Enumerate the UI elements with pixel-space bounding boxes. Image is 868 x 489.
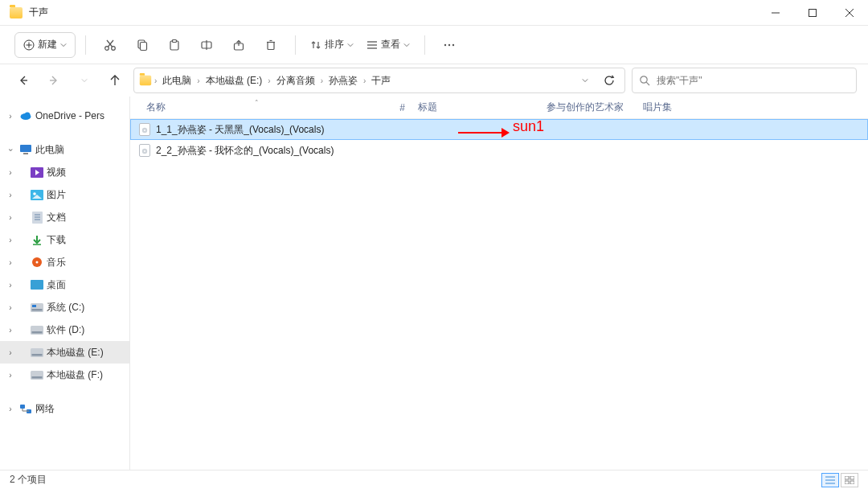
chevron-right-icon[interactable]: › xyxy=(5,213,16,222)
tree-label: 网络 xyxy=(35,402,55,416)
tree-item-documents[interactable]: ›文档 xyxy=(0,206,129,228)
tree-item-downloads[interactable]: ›下载 xyxy=(0,228,129,251)
breadcrumb-item[interactable]: 本地磁盘 (E:) xyxy=(203,72,266,89)
tree-label: 软件 (D:) xyxy=(47,323,84,337)
chevron-down-icon xyxy=(403,42,410,48)
svg-point-28 xyxy=(448,43,450,45)
chevron-right-icon[interactable]: › xyxy=(5,168,16,177)
back-button[interactable] xyxy=(11,68,35,92)
tree-label: 文档 xyxy=(47,211,66,224)
column-artist[interactable]: 参与创作的艺术家 xyxy=(540,101,637,114)
tree-item-videos[interactable]: ›视频 xyxy=(0,161,129,183)
svg-point-27 xyxy=(444,43,446,45)
svg-point-67 xyxy=(144,129,145,131)
sort-button[interactable]: 排序 xyxy=(305,31,358,59)
delete-button[interactable] xyxy=(256,31,285,59)
chevron-right-icon[interactable]: › xyxy=(5,348,16,357)
chevron-right-icon[interactable]: › xyxy=(5,326,16,335)
chevron-right-icon[interactable]: › xyxy=(5,303,16,312)
column-album[interactable]: 唱片集 xyxy=(637,101,725,114)
column-title[interactable]: 标题 xyxy=(411,101,540,114)
column-headers: 名称˄ # 标题 参与创作的艺术家 唱片集 xyxy=(130,97,868,119)
cut-icon xyxy=(104,39,117,51)
svg-rect-60 xyxy=(32,376,43,379)
music-icon xyxy=(31,257,43,268)
tree-item-network[interactable]: ›网络 xyxy=(0,397,129,420)
svg-point-36 xyxy=(25,113,31,118)
ellipsis-icon xyxy=(443,39,456,51)
up-button[interactable] xyxy=(103,68,127,92)
audio-file-icon xyxy=(138,123,151,136)
refresh-button[interactable] xyxy=(599,70,620,91)
status-text: 2 个项目 xyxy=(10,473,47,487)
svg-rect-14 xyxy=(173,39,177,42)
address-row: › 此电脑 › 本地磁盘 (E:) › 分离音频 › 孙燕姿 › 干声 xyxy=(0,64,868,97)
tree-item-drive-d[interactable]: ›软件 (D:) xyxy=(0,318,129,341)
navigation-pane: › OneDrive - Pers › 此电脑 ›视频 ›图片 ›文档 ›下载 … xyxy=(0,97,130,470)
svg-point-70 xyxy=(144,150,145,152)
svg-line-34 xyxy=(646,82,649,85)
file-row[interactable]: 1_1_孙燕姿 - 天黑黑_(Vocals)_(Vocals) xyxy=(130,119,868,140)
monitor-icon xyxy=(19,144,32,155)
copy-icon xyxy=(136,39,149,51)
new-button[interactable]: 新建 xyxy=(14,32,76,58)
chevron-right-icon[interactable]: › xyxy=(5,258,16,267)
view-button[interactable]: 查看 xyxy=(362,31,415,59)
breadcrumb-item[interactable]: 此电脑 xyxy=(159,72,194,89)
copy-button[interactable] xyxy=(128,31,157,59)
drive-icon xyxy=(31,324,43,335)
close-button[interactable] xyxy=(831,0,868,26)
rename-button[interactable] xyxy=(192,31,221,59)
tree-item-drive-c[interactable]: ›系统 (C:) xyxy=(0,296,129,318)
tree-item-drive-e[interactable]: ›本地磁盘 (E:) xyxy=(0,341,129,364)
chevron-right-icon[interactable]: › xyxy=(5,371,16,380)
forward-button[interactable] xyxy=(42,68,66,92)
svg-point-8 xyxy=(112,46,116,50)
chevron-right-icon[interactable]: › xyxy=(5,112,16,121)
svg-rect-53 xyxy=(32,309,43,311)
chevron-down-icon[interactable]: › xyxy=(6,144,15,155)
new-button-label: 新建 xyxy=(38,38,57,51)
tree-item-thispc[interactable]: › 此电脑 xyxy=(0,138,129,161)
minimize-button[interactable] xyxy=(757,0,794,26)
tree-item-desktop[interactable]: ›桌面 xyxy=(0,273,129,296)
chevron-right-icon[interactable]: › xyxy=(5,236,16,244)
more-button[interactable] xyxy=(435,31,464,59)
svg-rect-77 xyxy=(850,476,854,479)
sort-label: 排序 xyxy=(325,38,344,51)
chevron-right-icon[interactable]: › xyxy=(5,191,16,199)
file-row[interactable]: 2_2_孙燕姿 - 我怀念的_(Vocals)_(Vocals) xyxy=(130,140,868,161)
svg-rect-37 xyxy=(20,145,31,152)
tree-label: 音乐 xyxy=(47,256,66,269)
breadcrumb-item[interactable]: 孙燕姿 xyxy=(326,72,361,89)
cut-button[interactable] xyxy=(96,31,125,59)
address-dropdown[interactable] xyxy=(575,70,596,91)
recent-button[interactable] xyxy=(72,68,96,92)
column-name[interactable]: 名称˄ xyxy=(130,101,379,114)
network-icon xyxy=(19,403,32,414)
folder-icon xyxy=(140,76,151,86)
tree-label: 视频 xyxy=(47,166,66,179)
maximize-button[interactable] xyxy=(794,0,831,26)
tree-item-music[interactable]: ›音乐 xyxy=(0,251,129,273)
share-button[interactable] xyxy=(224,31,253,59)
chevron-right-icon[interactable]: › xyxy=(5,405,16,413)
tree-item-drive-f[interactable]: ›本地磁盘 (F:) xyxy=(0,364,129,386)
search-box[interactable] xyxy=(632,68,857,93)
paste-button[interactable] xyxy=(160,31,189,59)
address-bar[interactable]: › 此电脑 › 本地磁盘 (E:) › 分离音频 › 孙燕姿 › 干声 xyxy=(133,68,625,93)
breadcrumb-item[interactable]: 分离音频 xyxy=(273,72,318,89)
search-input[interactable] xyxy=(657,75,850,86)
breadcrumb-item[interactable]: 干声 xyxy=(368,72,394,89)
svg-rect-76 xyxy=(845,476,849,479)
column-track[interactable]: # xyxy=(379,102,411,113)
details-view-button[interactable] xyxy=(821,473,839,487)
documents-icon xyxy=(31,212,43,223)
svg-rect-56 xyxy=(32,331,43,334)
chevron-right-icon[interactable]: › xyxy=(5,281,16,290)
tree-item-onedrive[interactable]: › OneDrive - Pers xyxy=(0,105,129,127)
svg-line-9 xyxy=(108,40,114,47)
view-label: 查看 xyxy=(381,38,400,51)
thumbnails-view-button[interactable] xyxy=(841,473,858,487)
tree-item-pictures[interactable]: ›图片 xyxy=(0,183,129,206)
